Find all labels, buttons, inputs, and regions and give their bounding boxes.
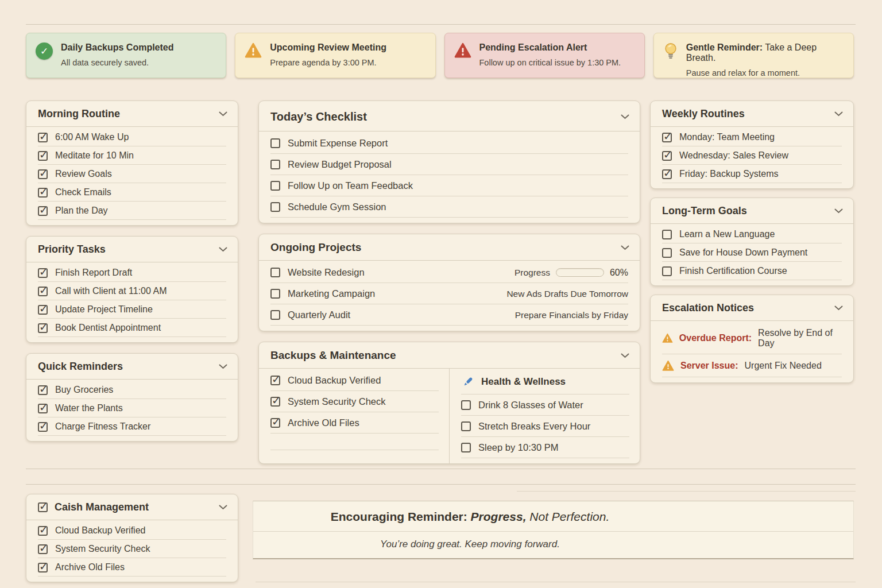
banner-subtitle: Follow up on critical issue by 1:30 PM.	[479, 58, 621, 67]
checklist-item: Submit Expense Report	[270, 133, 628, 154]
checklist-item-label: Drink 8 Glasses of Water	[478, 400, 583, 411]
banner-subtitle: Pause and relax for a moment.	[686, 68, 844, 78]
escalation-text: Resolve by End of Day	[758, 328, 842, 349]
checklist: Cloud Backup Verified System Security Ch…	[26, 520, 238, 582]
checkbox[interactable]	[662, 230, 672, 239]
checkbox[interactable]	[461, 400, 471, 410]
checklist-item-label: Stretch Breaks Every Hour	[478, 421, 590, 432]
checkbox[interactable]	[270, 310, 280, 320]
checkbox[interactable]	[270, 181, 280, 191]
checklist-item-label: Review Budget Proposal	[288, 159, 392, 170]
checklist: Cloud Backup Verified System Security Ch…	[270, 370, 439, 434]
checklist-item: Archive Old Files	[270, 412, 439, 434]
checklist-item: Check Emails	[38, 183, 226, 202]
chevron-down-icon[interactable]	[834, 208, 843, 214]
chevron-down-icon[interactable]	[621, 353, 629, 358]
panel-header: Backups & Maintenance	[259, 342, 640, 369]
checkbox[interactable]	[662, 248, 672, 258]
chevron-down-icon[interactable]	[621, 245, 629, 250]
checkbox[interactable]	[38, 133, 48, 142]
checkbox[interactable]	[38, 323, 48, 333]
checkbox[interactable]	[38, 422, 48, 432]
checkbox[interactable]	[38, 188, 48, 198]
banner-escalation-alert: Pending Escalation Alert Follow up on cr…	[444, 33, 645, 78]
checkbox[interactable]	[38, 526, 48, 536]
checkbox[interactable]	[38, 169, 48, 179]
checkbox[interactable]	[662, 169, 672, 179]
checkbox[interactable]	[461, 443, 471, 452]
checklist-item-label: Monday: Team Meeting	[679, 132, 775, 142]
checklist-item-label: Friday: Backup Systems	[679, 169, 779, 179]
chevron-down-icon[interactable]	[219, 505, 227, 510]
checklist: Learn a New Language Save for House Down…	[651, 224, 853, 285]
check-circle-icon: ✓	[36, 42, 53, 60]
chevron-down-icon[interactable]	[834, 111, 843, 117]
panel-header: Today’s Checklist	[259, 101, 640, 131]
checklist-item: Friday: Backup Systems	[662, 165, 842, 183]
checkbox[interactable]	[270, 202, 280, 212]
checkbox[interactable]	[38, 544, 48, 554]
progress-value: 60%	[610, 268, 628, 278]
backups-checklist-column: Cloud Backup Verified System Security Ch…	[259, 369, 449, 463]
checklist-item: Review Budget Proposal	[270, 154, 628, 175]
checklist-item: 6:00 AM Wake Up	[38, 128, 226, 146]
panel-title: Weekly Routines	[662, 108, 745, 120]
project-label: Website Redesign	[288, 267, 365, 278]
checklist-item-label: Cloud Backup Verified	[55, 525, 145, 536]
chevron-down-icon[interactable]	[219, 364, 227, 369]
panel-title: Long-Term Goals	[662, 205, 747, 217]
checklist-item-label: System Security Check	[55, 544, 150, 554]
chevron-down-icon[interactable]	[834, 305, 843, 311]
checkbox[interactable]	[270, 397, 280, 407]
checkbox[interactable]	[38, 563, 48, 572]
checklist: Submit Expense Report Review Budget Prop…	[259, 131, 640, 223]
checkbox[interactable]	[270, 138, 280, 148]
checkbox[interactable]	[38, 502, 48, 512]
checklist-item: Charge Fitness Tracker	[38, 417, 226, 436]
checkbox[interactable]	[662, 133, 672, 142]
checkbox[interactable]	[38, 268, 48, 278]
checkbox[interactable]	[38, 404, 48, 413]
panel-ongoing-projects: Ongoing Projects Website Redesign Progre…	[258, 234, 640, 331]
checkbox[interactable]	[38, 206, 48, 216]
checklist-item-label: Finish Report Draft	[55, 268, 132, 278]
checkbox[interactable]	[270, 418, 280, 428]
banner-subtitle: All data securely saved.	[61, 58, 174, 67]
checkbox[interactable]	[38, 287, 48, 296]
checklist-item-label: Check Emails	[55, 187, 111, 198]
progress-bar	[556, 268, 604, 277]
checkbox[interactable]	[461, 421, 471, 431]
chevron-down-icon[interactable]	[621, 114, 629, 119]
checklist-item: System Security Check	[38, 540, 226, 558]
escalation-label: Overdue Report:	[679, 333, 752, 343]
banner-daily-backups: ✓ Daily Backups Completed All data secur…	[26, 33, 226, 78]
checkbox[interactable]	[38, 151, 48, 161]
backups-split: Cloud Backup Verified System Security Ch…	[259, 369, 640, 463]
chevron-down-icon[interactable]	[219, 247, 227, 252]
checkbox[interactable]	[38, 305, 48, 315]
checkbox[interactable]	[662, 151, 672, 161]
checkbox[interactable]	[662, 266, 672, 276]
checkbox[interactable]	[38, 385, 48, 395]
checklist-item: Finish Report Draft	[38, 264, 226, 282]
panel-long-term-goals: Long-Term Goals Learn a New Language Sav…	[650, 198, 854, 286]
checkbox[interactable]	[270, 160, 280, 169]
escalation-label: Server Issue:	[680, 361, 738, 371]
checkbox[interactable]	[270, 376, 280, 385]
panel-weekly-routines: Weekly Routines Monday: Team Meeting Wed…	[650, 100, 854, 189]
center-column: Today’s Checklist Submit Expense Report …	[258, 100, 640, 474]
checklist-item-label: Plan the Day	[55, 206, 108, 216]
checkbox[interactable]	[270, 289, 280, 299]
encouragement-title: Encouraging Reminder: Progress, Not Perf…	[253, 501, 853, 532]
chevron-down-icon[interactable]	[219, 111, 227, 117]
checklist-item: Drink 8 Glasses of Water	[461, 394, 629, 416]
panel-header: Priority Tasks	[26, 237, 238, 262]
project-label: Marketing Campaign	[288, 288, 375, 299]
bottom-left-column: Caish Management Cloud Backup Verified S…	[26, 494, 238, 588]
checklist-item-label: Call with Client at 11:00 AM	[55, 286, 167, 296]
checklist-item-label: Schedule Gym Session	[288, 202, 386, 212]
checkbox[interactable]	[270, 268, 280, 277]
escalation-list: Overdue Report: Resolve by End of Day Se…	[651, 321, 853, 382]
banner-title: Daily Backups Completed	[61, 41, 174, 53]
project-item: Website Redesign Progress 60%	[270, 262, 628, 283]
